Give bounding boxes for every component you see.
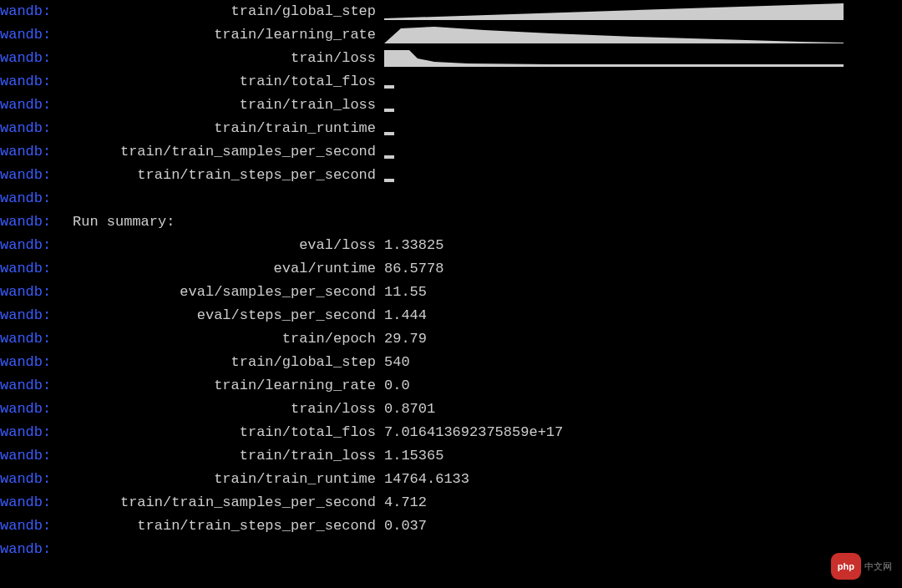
sparkline [384, 120, 844, 137]
metric-name: train/learning_rate [63, 23, 384, 47]
history-row: wandb:train/total_flos [0, 70, 902, 94]
metric-name: train/train_samples_per_second [63, 491, 384, 514]
metric-value: 0.037 [384, 514, 427, 538]
metric-name: train/train_samples_per_second [63, 140, 384, 164]
summary-row: wandb:train/epoch29.79 [0, 327, 902, 351]
wandb-prefix: wandb: [0, 23, 63, 47]
svg-marker-1 [384, 27, 844, 43]
metric-value: 1.444 [384, 304, 427, 327]
summary-row: wandb:eval/loss1.33825 [0, 234, 902, 257]
sparkline [384, 144, 844, 160]
metric-name: train/total_flos [63, 70, 384, 94]
summary-row: wandb:train/global_step540 [0, 351, 902, 374]
metric-value: 0.8701 [384, 398, 435, 421]
summary-row: wandb:eval/steps_per_second1.444 [0, 304, 902, 327]
wandb-prefix: wandb: [0, 444, 63, 468]
metric-name: train/train_runtime [63, 117, 384, 140]
wandb-prefix: wandb: [0, 351, 63, 374]
sparkline [384, 3, 844, 20]
wandb-prefix: wandb: [0, 210, 63, 234]
metric-name: train/train_steps_per_second [63, 164, 384, 187]
blank-row: wandb: [0, 538, 902, 561]
metric-value: 1.15365 [384, 444, 443, 468]
history-row: wandb:train/train_loss [0, 94, 902, 117]
metric-value: 1.33825 [384, 234, 443, 257]
summary-row: wandb:eval/samples_per_second11.55 [0, 281, 902, 304]
wandb-prefix: wandb: [0, 70, 63, 94]
watermark-text: 中文网 [864, 555, 892, 578]
wandb-prefix: wandb: [0, 0, 63, 23]
wandb-prefix: wandb: [0, 164, 63, 187]
wandb-prefix: wandb: [0, 374, 63, 398]
metric-value: 4.712 [384, 491, 427, 514]
wandb-prefix: wandb: [0, 304, 63, 327]
sparkline [384, 50, 844, 67]
metric-name: eval/loss [63, 234, 384, 257]
history-row: wandb:train/train_samples_per_second [0, 140, 902, 164]
sparkline [384, 167, 844, 184]
blank-row: wandb: [0, 187, 902, 210]
history-row: wandb:train/train_runtime [0, 117, 902, 140]
metric-name: train/train_runtime [63, 468, 384, 491]
terminal-output: wandb:train/global_stepwandb:train/learn… [0, 0, 902, 561]
metric-value: 86.5778 [384, 257, 443, 281]
sparkline [384, 97, 844, 114]
sparkline [384, 74, 844, 90]
wandb-prefix: wandb: [0, 47, 63, 70]
watermark: php 中文网 [831, 553, 892, 580]
summary-row: wandb:train/train_loss1.15365 [0, 444, 902, 468]
metric-value: 7.016413692375859e+17 [384, 421, 563, 444]
wandb-prefix: wandb: [0, 257, 63, 281]
metric-name: eval/runtime [63, 257, 384, 281]
svg-marker-2 [384, 50, 844, 67]
wandb-prefix: wandb: [0, 514, 63, 538]
watermark-badge: php [831, 553, 861, 580]
metric-name: train/global_step [63, 0, 384, 23]
metric-name: train/global_step [63, 351, 384, 374]
wandb-prefix: wandb: [0, 491, 63, 514]
metric-value: 29.79 [384, 327, 427, 351]
summary-row: wandb:train/train_steps_per_second0.037 [0, 514, 902, 538]
summary-row: wandb:train/loss0.8701 [0, 398, 902, 421]
wandb-prefix: wandb: [0, 538, 63, 561]
summary-row: wandb:train/train_runtime14764.6133 [0, 468, 902, 491]
wandb-prefix: wandb: [0, 398, 63, 421]
metric-name: train/total_flos [63, 421, 384, 444]
run-summary-header: wandb:Run summary: [0, 210, 902, 234]
summary-row: wandb:eval/runtime86.5778 [0, 257, 902, 281]
metric-name: train/train_loss [63, 444, 384, 468]
sparkline [384, 27, 844, 43]
history-row: wandb:train/loss [0, 47, 902, 70]
metric-name: eval/samples_per_second [63, 281, 384, 304]
wandb-prefix: wandb: [0, 94, 63, 117]
metric-value: 14764.6133 [384, 468, 469, 491]
wandb-prefix: wandb: [0, 234, 63, 257]
metric-value: 540 [384, 351, 410, 374]
summary-row: wandb:train/learning_rate0.0 [0, 374, 902, 398]
metric-name: train/loss [63, 47, 384, 70]
metric-name: train/epoch [63, 327, 384, 351]
history-row: wandb:train/train_steps_per_second [0, 164, 902, 187]
run-summary-label: Run summary: [63, 210, 175, 234]
wandb-prefix: wandb: [0, 140, 63, 164]
metric-name: eval/steps_per_second [63, 304, 384, 327]
history-row: wandb:train/learning_rate [0, 23, 902, 47]
wandb-prefix: wandb: [0, 327, 63, 351]
wandb-prefix: wandb: [0, 468, 63, 491]
metric-value: 0.0 [384, 374, 410, 398]
metric-value: 11.55 [384, 281, 427, 304]
history-row: wandb:train/global_step [0, 0, 902, 23]
metric-name: train/loss [63, 398, 384, 421]
wandb-prefix: wandb: [0, 281, 63, 304]
metric-name: train/learning_rate [63, 374, 384, 398]
wandb-prefix: wandb: [0, 117, 63, 140]
summary-row: wandb:train/total_flos7.016413692375859e… [0, 421, 902, 444]
wandb-prefix: wandb: [0, 421, 63, 444]
svg-marker-0 [384, 3, 844, 20]
summary-row: wandb:train/train_samples_per_second4.71… [0, 491, 902, 514]
wandb-prefix: wandb: [0, 187, 63, 210]
metric-name: train/train_loss [63, 94, 384, 117]
metric-name: train/train_steps_per_second [63, 514, 384, 538]
